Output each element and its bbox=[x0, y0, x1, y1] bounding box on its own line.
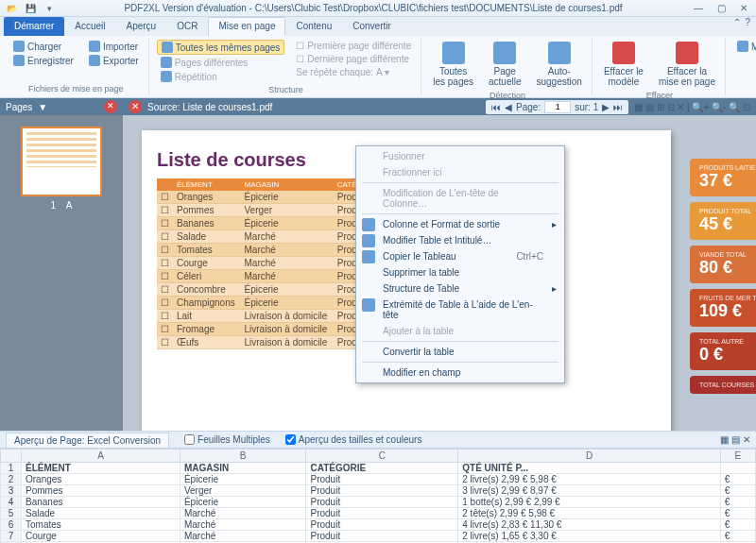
importer-button[interactable]: Importer bbox=[85, 40, 143, 53]
all-pages-icon bbox=[442, 42, 465, 64]
copy-layout-icon bbox=[737, 41, 748, 52]
export-icon bbox=[89, 55, 100, 66]
summary-card: VIANDE TOTAL80 € bbox=[690, 246, 756, 283]
auto-suggestion-button[interactable]: Auto-suggestion bbox=[533, 40, 586, 89]
nav-prev-icon[interactable]: ◀ bbox=[505, 102, 512, 112]
panel-close-icon[interactable]: ✕ bbox=[104, 100, 117, 113]
save-icon bbox=[13, 55, 25, 66]
load-icon bbox=[13, 41, 25, 52]
summary-card: TOTAL AUTRE0 € bbox=[690, 332, 756, 370]
page-input[interactable] bbox=[544, 101, 571, 113]
context-menu: FusionnerFractionner iciModification de … bbox=[355, 145, 565, 383]
ribbon: Charger Enregistrer Importer Exporter Fi… bbox=[0, 36, 756, 98]
nav-next-icon[interactable]: ▶ bbox=[602, 102, 610, 112]
pages-panel-header: Pages ▼ ✕ bbox=[0, 98, 123, 115]
nav-first-icon[interactable]: ⏮ bbox=[491, 102, 501, 112]
tab-ocr[interactable]: OCR bbox=[166, 17, 208, 36]
pages-panel: Pages ▼ ✕ 1 A bbox=[0, 98, 123, 431]
derniere-page-diff[interactable]: ☐ Dernière page différente bbox=[292, 53, 415, 65]
auto-icon bbox=[548, 42, 571, 64]
pages-panel-title: Pages bbox=[6, 102, 32, 112]
summary-card: TOTAL COURSES bbox=[690, 376, 756, 394]
context-menu-item[interactable]: Convertir la table bbox=[358, 344, 562, 360]
source-label: Source: Liste de courses1.pdf bbox=[147, 102, 480, 112]
current-page-icon bbox=[493, 42, 516, 64]
premiere-page-diff[interactable]: ☐ Première page différente bbox=[292, 40, 415, 52]
preview-header: Aperçu de Page: Excel Conversion Feuille… bbox=[0, 432, 756, 449]
group-title-disposition: Disposition de page bbox=[733, 84, 756, 93]
group-fichiers: Charger Enregistrer Importer Exporter Fi… bbox=[4, 38, 149, 95]
context-menu-item[interactable]: Extrémité de Table à L'aide de L'en-tête bbox=[358, 297, 562, 323]
window-title: PDF2XL Version d'évaluation - C:\Users\C… bbox=[57, 3, 690, 13]
group-structure: Toutes les mêmes pages Pages différentes… bbox=[151, 38, 422, 95]
pages-diff-icon bbox=[161, 57, 172, 68]
group-disposition: Mise en page de la copie ▾ Disposition d… bbox=[728, 38, 756, 95]
thumb-labels: 1 A bbox=[0, 200, 123, 211]
charger-button[interactable]: Charger bbox=[9, 40, 77, 53]
summary-cards: PRODUITS LAITIERS TOTAL37 €PRODUIT TOTAL… bbox=[690, 159, 756, 394]
apercu-tailles-check[interactable]: Aperçu des tailles et couleurs bbox=[285, 434, 422, 445]
effacer-mise-button[interactable]: Effacer la mise en page bbox=[655, 40, 719, 89]
minimize-ribbon-icon[interactable]: ⌃ bbox=[733, 17, 741, 36]
context-menu-item[interactable]: Structure de Table▸ bbox=[358, 280, 562, 297]
qat-dropdown-icon[interactable]: ▾ bbox=[42, 2, 57, 15]
context-menu-item[interactable]: Modification de L'en-tête de Colonne… bbox=[358, 185, 562, 212]
title-bar: 📂 💾 ▾ PDF2XL Version d'évaluation - C:\U… bbox=[0, 0, 756, 17]
context-menu-item[interactable]: Colonne et Format de sortie▸ bbox=[358, 216, 562, 232]
preview-tab[interactable]: Aperçu de Page: Excel Conversion bbox=[6, 433, 169, 448]
context-menu-item[interactable]: Modifier Table et Intitulé… bbox=[358, 232, 562, 248]
repetition-button[interactable]: Répétition bbox=[157, 70, 285, 83]
toutes-memes-pages-button[interactable]: Toutes les mêmes pages bbox=[157, 40, 285, 55]
pages-differentes-button[interactable]: Pages différentes bbox=[157, 56, 285, 69]
feuilles-multiples-check[interactable]: Feuilles Multiples bbox=[184, 434, 270, 445]
close-icon[interactable]: ✕ bbox=[735, 3, 752, 13]
tab-mise-en-page[interactable]: Mise en page bbox=[208, 17, 285, 36]
tab-accueil[interactable]: Accueil bbox=[64, 17, 115, 36]
tab-contenu[interactable]: Contenu bbox=[285, 17, 342, 36]
repeat-icon bbox=[161, 71, 172, 82]
clear-model-icon bbox=[612, 42, 635, 64]
mise-en-page-copie-button[interactable]: Mise en page de la copie ▾ bbox=[733, 40, 756, 53]
maximize-icon[interactable]: ▢ bbox=[713, 3, 730, 13]
page-thumbnail[interactable] bbox=[21, 127, 102, 196]
group-effacer: Effacer le modèle Effacer la mise en pag… bbox=[594, 38, 726, 95]
preview-panel: Aperçu de Page: Excel Conversion Feuille… bbox=[0, 431, 756, 543]
enregistrer-button[interactable]: Enregistrer bbox=[9, 54, 77, 67]
ribbon-tabs: Démarrer Accueil Aperçu OCR Mise en page… bbox=[0, 17, 756, 36]
context-menu-item[interactable]: Fractionner ici bbox=[358, 164, 562, 180]
summary-card: PRODUITS LAITIERS TOTAL37 € bbox=[690, 159, 756, 196]
group-title-fichiers: Fichiers de mise en page bbox=[9, 84, 143, 93]
tab-demarrer[interactable]: Démarrer bbox=[4, 17, 64, 36]
clear-layout-icon bbox=[676, 42, 698, 64]
qat-save-icon[interactable]: 💾 bbox=[23, 2, 38, 15]
qat-open-icon[interactable]: 📂 bbox=[4, 2, 19, 15]
context-menu-item[interactable]: Copier le TableauCtrl+C bbox=[358, 248, 562, 264]
tab-apercu[interactable]: Aperçu bbox=[115, 17, 166, 36]
exporter-button[interactable]: Exporter bbox=[85, 54, 143, 67]
context-menu-item[interactable]: Supprimer la table bbox=[358, 264, 562, 280]
doc-close-icon[interactable]: ✕ bbox=[129, 100, 142, 113]
page-of-label: sur: 1 bbox=[575, 102, 598, 112]
toutes-pages-button[interactable]: Toutes les pages bbox=[429, 40, 477, 89]
tool-icons[interactable]: ▦ ▤ ⊞ ⊟ ✕ | 🔍+ 🔍- 🔍 ⊡ bbox=[634, 102, 750, 112]
context-menu-item[interactable]: Ajouter à la table bbox=[358, 323, 562, 339]
group-title-structure: Structure bbox=[157, 85, 416, 94]
quick-access-toolbar: 📂 💾 ▾ bbox=[4, 2, 57, 15]
context-menu-item[interactable]: Fusionner bbox=[358, 148, 562, 164]
se-repete-label: Se répète chaque: A ▾ bbox=[292, 66, 415, 78]
filter-icon[interactable]: ▼ bbox=[38, 102, 47, 112]
preview-tools[interactable]: ▦ ▤ ✕ bbox=[720, 434, 750, 445]
page-actuelle-button[interactable]: Page actuelle bbox=[485, 40, 524, 89]
effacer-modele-button[interactable]: Effacer le modèle bbox=[600, 40, 647, 89]
pages-same-icon bbox=[162, 42, 173, 53]
tab-convertir[interactable]: Convertir bbox=[342, 17, 402, 36]
window-controls: — ▢ ✕ bbox=[690, 3, 752, 13]
preview-grid[interactable]: ABCDE1ÉLÉMENTMAGASINCATÉGORIEQTÉ UNITÉ P… bbox=[0, 449, 756, 543]
import-icon bbox=[89, 41, 100, 52]
context-menu-item[interactable]: Modifier en champ bbox=[358, 365, 562, 381]
minimize-icon[interactable]: — bbox=[690, 3, 707, 13]
summary-card: FRUITS DE MER TOTAL109 € bbox=[690, 289, 756, 327]
help-area: ⌃ ? bbox=[733, 17, 756, 36]
help-icon[interactable]: ? bbox=[745, 17, 750, 36]
nav-last-icon[interactable]: ⏭ bbox=[613, 102, 623, 112]
